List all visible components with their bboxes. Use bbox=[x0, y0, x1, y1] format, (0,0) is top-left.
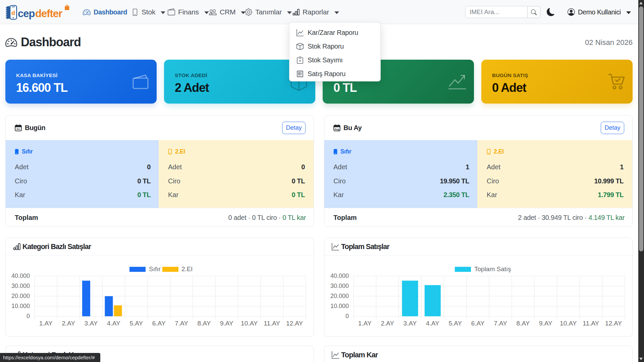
svg-text:Aug: Aug bbox=[335, 128, 339, 131]
svg-text:2.El: 2.El bbox=[181, 265, 193, 273]
svg-text:4.AY: 4.AY bbox=[426, 320, 439, 327]
svg-text:20.000: 20.000 bbox=[11, 293, 30, 299]
svg-text:30.000: 30.000 bbox=[11, 283, 30, 289]
svg-text:6.AY: 6.AY bbox=[471, 320, 485, 327]
svg-text:40.000: 40.000 bbox=[11, 273, 30, 279]
svg-text:0: 0 bbox=[26, 313, 30, 319]
svg-text:defter: defter bbox=[35, 8, 62, 19]
svg-text:3.AY: 3.AY bbox=[404, 320, 417, 327]
svg-text:cep: cep bbox=[18, 8, 35, 19]
svg-text:11.AY: 11.AY bbox=[264, 320, 280, 327]
svg-text:8.AY: 8.AY bbox=[198, 320, 211, 327]
svg-text:Toplam Satış: Toplam Satış bbox=[474, 265, 511, 273]
svg-text:d: d bbox=[11, 10, 15, 16]
svg-text:6.AY: 6.AY bbox=[152, 320, 166, 327]
svg-text:Fri: Fri bbox=[16, 128, 20, 131]
svg-text:12.AY: 12.AY bbox=[286, 320, 303, 327]
svg-text:10.000: 10.000 bbox=[11, 303, 30, 309]
svg-text:5.AY: 5.AY bbox=[448, 320, 462, 327]
svg-text:3.AY: 3.AY bbox=[85, 320, 98, 327]
svg-text:7.AY: 7.AY bbox=[175, 320, 188, 327]
svg-text:5.AY: 5.AY bbox=[129, 320, 143, 327]
svg-text:10.000: 10.000 bbox=[330, 303, 349, 309]
svg-text:1.AY: 1.AY bbox=[39, 320, 53, 327]
svg-text:11.AY: 11.AY bbox=[583, 320, 599, 327]
svg-text:0: 0 bbox=[345, 313, 349, 319]
svg-text:30.000: 30.000 bbox=[330, 283, 349, 289]
svg-text:10.AY: 10.AY bbox=[560, 320, 577, 327]
svg-text:Sıfır: Sıfır bbox=[149, 265, 161, 273]
svg-text:2.AY: 2.AY bbox=[381, 320, 394, 327]
svg-text:40.000: 40.000 bbox=[330, 273, 349, 279]
svg-text:7.AY: 7.AY bbox=[494, 320, 507, 327]
svg-text:12.AY: 12.AY bbox=[605, 320, 622, 327]
svg-text:10.AY: 10.AY bbox=[241, 320, 258, 327]
svg-text:9.AY: 9.AY bbox=[220, 320, 233, 327]
svg-text:1.AY: 1.AY bbox=[358, 320, 372, 327]
svg-text:2.AY: 2.AY bbox=[62, 320, 75, 327]
svg-text:4.AY: 4.AY bbox=[107, 320, 120, 327]
svg-text:8.AY: 8.AY bbox=[517, 320, 530, 327]
svg-text:20.000: 20.000 bbox=[330, 293, 349, 299]
svg-text:9.AY: 9.AY bbox=[539, 320, 552, 327]
